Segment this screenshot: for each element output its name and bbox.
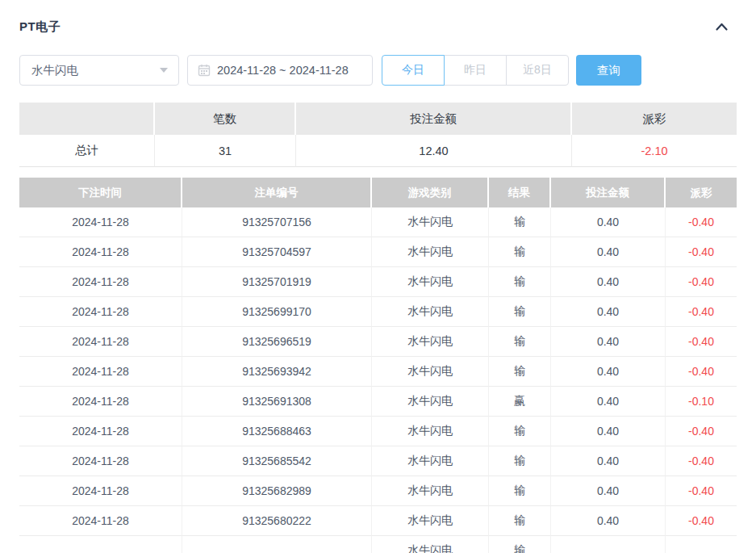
game-type-cell: 水牛闪电 — [372, 327, 489, 357]
result-cell: 输 — [489, 207, 551, 237]
result-cell: 输 — [489, 327, 551, 357]
summary-header-bet-amount: 投注金额 — [296, 103, 572, 135]
result-cell: 输 — [489, 536, 551, 553]
table-row: 2024-11-2891325696519水牛闪电输0.40-0.40 — [19, 327, 737, 357]
bet-time-cell: 2024-11-28 — [19, 506, 182, 536]
order-id-cell: 91325701919 — [182, 267, 372, 297]
today-button[interactable]: 今日 — [382, 55, 445, 86]
bet-time-cell: 2024-11-28 — [19, 327, 182, 357]
bet-time-cell: 2024-11-28 — [19, 476, 182, 506]
payout-cell: -0.40 — [666, 476, 737, 506]
game-type-cell: 水牛闪电 — [372, 446, 489, 476]
caret-down-icon — [160, 68, 168, 73]
result-cell: 赢 — [489, 387, 551, 417]
bet-time-cell: 2024-11-28 — [19, 267, 182, 297]
chevron-up-icon — [715, 22, 729, 31]
calendar-icon — [198, 64, 211, 77]
summary-payout-value: -2.10 — [572, 135, 737, 167]
summary-count-value: 31 — [155, 135, 296, 167]
yesterday-button[interactable]: 昨日 — [444, 55, 507, 86]
result-cell: 输 — [489, 506, 551, 536]
header-payout: 派彩 — [666, 178, 737, 207]
payout-cell: -0.10 — [666, 387, 737, 417]
page-title: PT电子 — [19, 19, 61, 35]
order-id-cell — [182, 536, 372, 553]
game-type-cell: 水牛闪电 — [372, 506, 489, 536]
result-cell: 输 — [489, 267, 551, 297]
table-row: 2024-11-2891325704597水牛闪电输0.40-0.40 — [19, 237, 737, 267]
game-type-cell: 水牛闪电 — [372, 357, 489, 387]
filter-bar: 水牛闪电 2024-11-28 ~ 2024-11-28 今日 昨日 近8日 查… — [19, 55, 737, 86]
query-button[interactable]: 查询 — [576, 55, 641, 86]
game-type-cell: 水牛闪电 — [372, 207, 489, 237]
game-select-value: 水牛闪电 — [31, 63, 78, 78]
result-cell: 输 — [489, 446, 551, 476]
payout-cell: -0.40 — [666, 446, 737, 476]
quick-range-group: 今日 昨日 近8日 — [382, 55, 569, 86]
table-row: 2024-11-2891325699170水牛闪电输0.40-0.40 — [19, 297, 737, 327]
header-game-type: 游戏类别 — [372, 178, 489, 207]
table-row: 2024-11-2891325680222水牛闪电输0.40-0.40 — [19, 506, 737, 536]
last-8-days-button[interactable]: 近8日 — [506, 55, 569, 86]
pt-electronic-panel: PT电子 水牛闪电 2024-11-28 ~ 2024-11-28 今日 昨日 … — [0, 0, 756, 553]
table-row: 2024-11-2891325691308水牛闪电赢0.40-0.10 — [19, 387, 737, 417]
order-id-cell: 91325688463 — [182, 417, 372, 446]
payout-cell: -0.40 — [666, 267, 737, 297]
game-type-cell: 水牛闪电 — [372, 267, 489, 297]
order-id-cell: 91325696519 — [182, 327, 372, 357]
collapse-panel-button[interactable] — [712, 18, 730, 36]
bet-time-cell: 2024-11-28 — [19, 446, 182, 476]
table-row: 2024-11-2891325693942水牛闪电输0.40-0.40 — [19, 357, 737, 387]
summary-header-row: 笔数 投注金额 派彩 — [19, 103, 737, 135]
payout-cell: -0.40 — [666, 357, 737, 387]
bet-amount-cell: 0.40 — [551, 357, 666, 387]
game-type-cell: 水牛闪电 — [372, 237, 489, 267]
header-order-id: 注单编号 — [182, 178, 372, 207]
game-type-cell: 水牛闪电 — [372, 417, 489, 446]
bet-time-cell: 2024-11-28 — [19, 297, 182, 327]
bet-time-cell: 2024-11-28 — [19, 387, 182, 417]
game-select[interactable]: 水牛闪电 — [19, 55, 179, 86]
header-bet-time: 下注时间 — [19, 178, 182, 207]
bet-amount-cell — [551, 536, 666, 553]
date-range-value: 2024-11-28 ~ 2024-11-28 — [217, 64, 349, 77]
summary-table: 笔数 投注金额 派彩 总计 31 12.40 -2.10 — [19, 103, 737, 167]
panel-header: PT电子 — [19, 18, 737, 36]
result-cell: 输 — [489, 417, 551, 446]
bet-amount-cell: 0.40 — [551, 387, 666, 417]
date-range-input[interactable]: 2024-11-28 ~ 2024-11-28 — [187, 55, 373, 86]
table-row: 2024-11-2891325685542水牛闪电输0.40-0.40 — [19, 446, 737, 476]
bet-amount-cell: 0.40 — [551, 476, 666, 506]
table-row: 2024-11-2891325707156水牛闪电输0.40-0.40 — [19, 207, 737, 237]
table-row: 2024-11-2891325701919水牛闪电输0.40-0.40 — [19, 267, 737, 297]
bet-time-cell: 2024-11-28 — [19, 207, 182, 237]
bet-amount-cell: 0.40 — [551, 446, 666, 476]
payout-cell: -0.40 — [666, 297, 737, 327]
bet-time-cell: 2024-11-28 — [19, 417, 182, 446]
order-id-cell: 91325691308 — [182, 387, 372, 417]
summary-total-row: 总计 31 12.40 -2.10 — [19, 135, 737, 167]
header-result: 结果 — [489, 178, 551, 207]
bet-amount-cell: 0.40 — [551, 506, 666, 536]
summary-header-payout: 派彩 — [572, 103, 737, 135]
game-type-cell: 水牛闪电 — [372, 536, 489, 553]
table-row: 水牛闪电输 — [19, 536, 737, 553]
payout-cell: -0.40 — [666, 417, 737, 446]
order-id-cell: 91325693942 — [182, 357, 372, 387]
bets-header-row: 下注时间 注单编号 游戏类别 结果 投注金额 派彩 — [19, 178, 737, 207]
game-type-cell: 水牛闪电 — [372, 476, 489, 506]
table-row: 2024-11-2891325682989水牛闪电输0.40-0.40 — [19, 476, 737, 506]
payout-cell: -0.40 — [666, 327, 737, 357]
bet-amount-cell: 0.40 — [551, 297, 666, 327]
bet-amount-cell: 0.40 — [551, 327, 666, 357]
order-id-cell: 91325685542 — [182, 446, 372, 476]
result-cell: 输 — [489, 237, 551, 267]
summary-header-count: 笔数 — [155, 103, 296, 135]
order-id-cell: 91325682989 — [182, 476, 372, 506]
game-type-cell: 水牛闪电 — [372, 387, 489, 417]
bet-amount-cell: 0.40 — [551, 267, 666, 297]
header-bet-amount: 投注金额 — [551, 178, 666, 207]
result-cell: 输 — [489, 357, 551, 387]
table-row: 2024-11-2891325688463水牛闪电输0.40-0.40 — [19, 417, 737, 446]
payout-cell: -0.40 — [666, 506, 737, 536]
